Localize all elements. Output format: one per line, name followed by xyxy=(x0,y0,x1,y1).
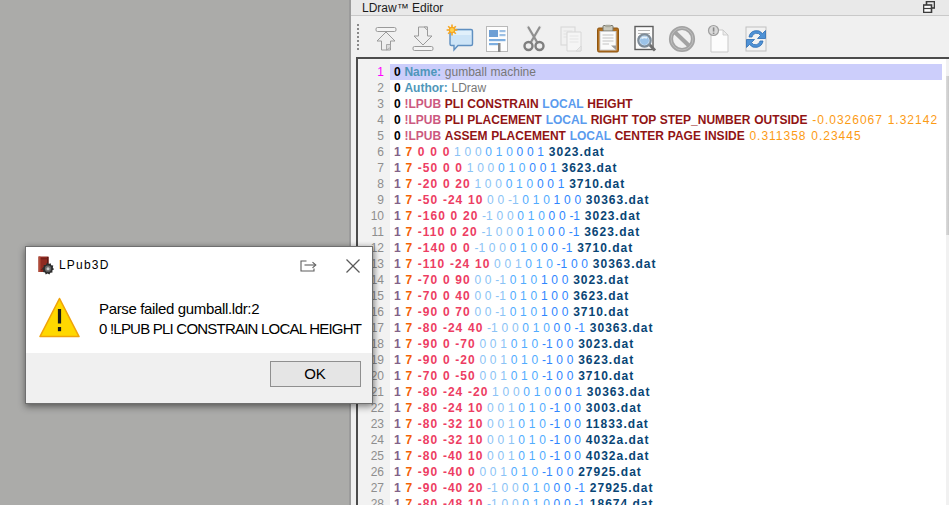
toolbar-button-update[interactable] xyxy=(369,22,403,56)
token-m2: 0 1 0 xyxy=(511,353,539,367)
toolbar-button-find[interactable] xyxy=(628,22,662,56)
token-pos: -80 -24 10 xyxy=(418,401,484,415)
code-line-18[interactable]: 1 7 -90 0 -70 0 0 1 0 1 0 -1 0 0 3023.da… xyxy=(390,336,942,352)
code-line-1[interactable]: 0 Name: gumball machine xyxy=(390,64,942,80)
code-line-7[interactable]: 1 7 -50 0 0 1 0 0 0 1 0 0 0 1 3623.dat xyxy=(390,160,942,176)
token-lt1: 1 xyxy=(394,369,402,383)
code-line-2[interactable]: 0 Author: LDraw xyxy=(390,80,942,96)
float-window-icon[interactable] xyxy=(923,1,935,13)
toolbar-button-redraw[interactable] xyxy=(406,22,440,56)
code-line-20[interactable]: 1 7 -70 0 -50 0 0 1 0 1 0 -1 0 0 3710.da… xyxy=(390,368,942,384)
code-line-5[interactable]: 0 !LPUB ASSEM PLACEMENT LOCAL CENTER PAG… xyxy=(390,128,942,144)
token-m3: -1 0 0 xyxy=(542,337,574,351)
ldraw-code-editor[interactable]: 1234567891011121314151617181920212223242… xyxy=(356,57,949,505)
dialog-detach-icon[interactable] xyxy=(300,260,317,272)
code-line-21[interactable]: 1 7 -80 -24 -20 1 0 0 0 1 0 0 0 1 30363.… xyxy=(390,384,942,400)
token-file: 30363.dat xyxy=(590,321,654,335)
code-line-6[interactable]: 1 7 0 0 0 1 0 0 0 1 0 0 0 1 3023.dat xyxy=(390,144,942,160)
token-pos: -70 0 -50 xyxy=(418,369,476,383)
toolbar-button-refresh[interactable] xyxy=(739,22,773,56)
token-m3: 0 0 -1 xyxy=(548,225,580,239)
code-line-24[interactable]: 1 7 -80 -32 10 0 0 1 0 1 0 -1 0 0 4032a.… xyxy=(390,432,942,448)
token-pos: -140 0 0 xyxy=(418,241,471,255)
token-color: 7 xyxy=(405,225,413,239)
token-file: 3023.dat xyxy=(573,273,629,287)
line-number-7: 7 xyxy=(358,160,391,176)
token-pos: -80 -24 -20 xyxy=(418,385,489,399)
arrow-up-page-icon xyxy=(371,24,401,54)
line-number-26: 26 xyxy=(358,464,391,480)
code-line-4[interactable]: 0 !LPUB PLI PLACEMENT LOCAL RIGHT TOP ST… xyxy=(390,112,942,128)
token-lt1: 1 xyxy=(394,273,402,287)
code-line-8[interactable]: 1 7 -20 0 20 1 0 0 0 1 0 0 0 1 3710.dat xyxy=(390,176,942,192)
token-m1: 0 0 -1 xyxy=(487,193,519,207)
token-m3: 0 0 1 xyxy=(537,177,565,191)
toolbar-handle[interactable] xyxy=(357,24,359,52)
code-line-23[interactable]: 1 7 -80 -32 10 0 0 1 0 1 0 -1 0 0 11833.… xyxy=(390,416,942,432)
token-m1: -1 0 0 xyxy=(487,321,519,335)
toolbar-button-add-comment[interactable] xyxy=(443,22,477,56)
code-line-13[interactable]: 1 7 -110 -24 10 0 0 1 0 1 0 -1 0 0 30363… xyxy=(390,256,942,272)
token-file: 3623.dat xyxy=(573,289,629,303)
token-hkey: Name: xyxy=(404,65,441,79)
token-file: 3710.dat xyxy=(577,241,633,255)
dialog-message-line1: Parse failed gumball.ldr:2 xyxy=(99,299,361,319)
code-line-3[interactable]: 0 !LPUB PLI CONSTRAIN LOCAL HEIGHT xyxy=(390,96,942,112)
code-line-27[interactable]: 1 7 -90 -40 20 -1 0 0 0 1 0 0 0 -1 27925… xyxy=(390,480,942,496)
code-line-10[interactable]: 1 7 -160 0 20 -1 0 0 0 1 0 0 0 -1 3023.d… xyxy=(390,208,942,224)
code-line-14[interactable]: 1 7 -70 0 90 0 0 -1 0 1 0 1 0 0 3023.dat xyxy=(390,272,942,288)
line-number-6: 6 xyxy=(358,144,391,160)
token-color: 7 xyxy=(405,465,413,479)
token-hkey: Author: xyxy=(404,81,447,95)
code-area[interactable]: 0 Name: gumball machine0 Author: LDraw0 … xyxy=(390,59,942,505)
token-m2: 0 1 0 xyxy=(523,385,551,399)
token-m1: 0 0 1 xyxy=(487,417,515,431)
toolbar-button-stop[interactable] xyxy=(665,22,699,56)
code-line-15[interactable]: 1 7 -70 0 40 0 0 -1 0 1 0 1 0 0 3623.dat xyxy=(390,288,942,304)
editor-toolbar xyxy=(351,17,949,57)
dialog-close-icon[interactable] xyxy=(345,258,361,274)
token-file: 27925.dat xyxy=(578,465,642,479)
code-line-25[interactable]: 1 7 -80 -40 10 0 0 1 0 1 0 -1 0 0 4032a.… xyxy=(390,448,942,464)
token-file: 3023.dat xyxy=(549,145,605,159)
token-pos: 0 0 0 xyxy=(418,145,451,159)
code-line-11[interactable]: 1 7 -110 0 20 -1 0 0 0 1 0 0 0 -1 3623.d… xyxy=(390,224,942,240)
code-line-9[interactable]: 1 7 -50 -24 10 0 0 -1 0 1 0 1 0 0 30363.… xyxy=(390,192,942,208)
toolbar-button-copy[interactable] xyxy=(554,22,588,56)
token-file: 3023.dat xyxy=(578,337,634,351)
token-pos: -160 0 20 xyxy=(418,209,479,223)
token-num: -0.0326067 1.32142 xyxy=(812,113,938,127)
token-lt1: 1 xyxy=(394,481,402,495)
code-line-26[interactable]: 1 7 -90 -40 0 0 0 1 0 1 0 -1 0 0 27925.d… xyxy=(390,464,942,480)
token-m2: 0 1 0 xyxy=(518,417,546,431)
token-color: 7 xyxy=(405,273,413,287)
token-m2: 0 1 0 xyxy=(522,193,550,207)
panel-titlebar: LDraw™ Editor xyxy=(351,0,949,16)
token-color: 7 xyxy=(405,241,413,255)
token-pos: -90 0 -70 xyxy=(418,337,476,351)
code-line-22[interactable]: 1 7 -80 -24 10 0 0 1 0 1 0 -1 0 0 3003.d… xyxy=(390,400,942,416)
token-m3: -1 0 0 xyxy=(542,369,574,383)
token-hval: gumball machine xyxy=(445,65,536,79)
code-line-17[interactable]: 1 7 -80 -24 40 -1 0 0 0 1 0 0 0 -1 30363… xyxy=(390,320,942,336)
token-m1: -1 0 0 xyxy=(487,497,519,505)
code-line-16[interactable]: 1 7 -90 0 70 0 0 -1 0 1 0 1 0 0 3710.dat xyxy=(390,304,942,320)
token-m1: 0 0 1 xyxy=(479,369,507,383)
toolbar-button-paste[interactable] xyxy=(591,22,625,56)
code-line-19[interactable]: 1 7 -90 0 -20 0 0 1 0 1 0 -1 0 0 3623.da… xyxy=(390,352,942,368)
token-m3: 1 0 0 xyxy=(541,305,569,319)
toolbar-button-selected-lines[interactable] xyxy=(480,22,514,56)
token-color: 7 xyxy=(405,433,413,447)
token-color: 7 xyxy=(405,369,413,383)
toolbar-button-cut[interactable] xyxy=(517,22,551,56)
token-m1: -1 0 0 xyxy=(487,481,519,495)
toolbar-button-show-errors[interactable] xyxy=(702,22,736,56)
code-line-28[interactable]: 1 7 -80 -48 10 -1 0 0 0 1 0 0 0 -1 18674… xyxy=(390,496,942,505)
copy-pages-icon xyxy=(556,24,586,54)
token-lt1: 1 xyxy=(394,449,402,463)
panel-title: LDraw™ Editor xyxy=(362,1,443,15)
ok-button[interactable]: OK xyxy=(270,361,361,387)
code-line-12[interactable]: 1 7 -140 0 0 -1 0 0 0 1 0 0 0 -1 3710.da… xyxy=(390,240,942,256)
token-file: 3023.dat xyxy=(585,209,641,223)
token-file: 30363.dat xyxy=(587,385,651,399)
